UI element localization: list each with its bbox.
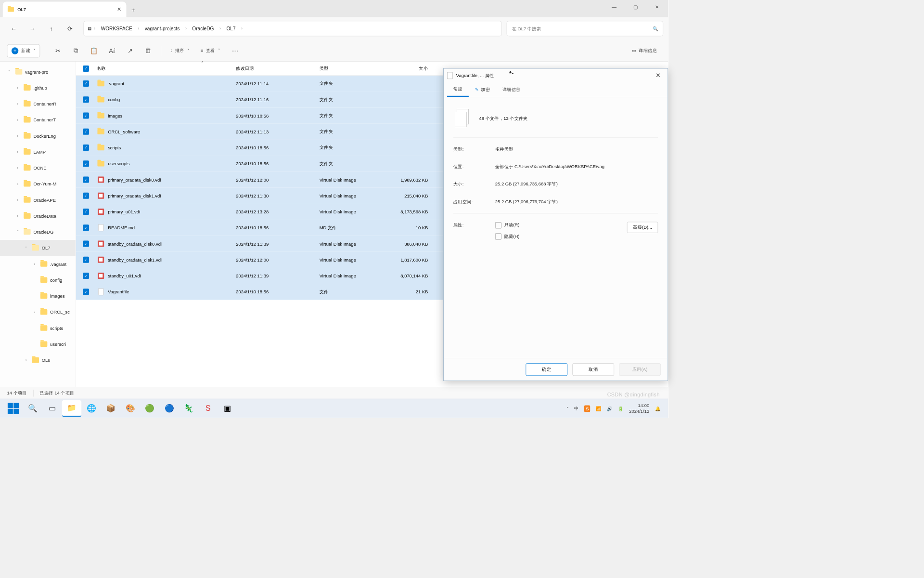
tray-battery-icon[interactable]: 🔋 bbox=[618, 406, 624, 411]
delete-button[interactable]: 🗑 bbox=[141, 43, 156, 58]
window-minimize-button[interactable]: — bbox=[603, 0, 625, 14]
tree-node[interactable]: ›OracleAPE bbox=[0, 192, 76, 208]
search-input[interactable] bbox=[512, 26, 649, 31]
taskbar-app-icon[interactable]: 🦎 bbox=[179, 400, 198, 417]
row-checkbox[interactable]: ✓ bbox=[83, 209, 89, 215]
tree-node[interactable]: ›LAMP bbox=[0, 144, 76, 160]
tab-encrypt[interactable]: ✎加密 bbox=[469, 82, 496, 97]
chevron-icon[interactable]: ˅ bbox=[14, 230, 21, 234]
nav-up-button[interactable]: ↑ bbox=[42, 20, 60, 37]
row-checkbox[interactable]: ✓ bbox=[83, 241, 89, 247]
tray-app-icon[interactable]: S bbox=[584, 405, 590, 412]
tree-node[interactable]: ˅vagrant-pro bbox=[0, 64, 76, 79]
cancel-button[interactable]: 取消 bbox=[572, 363, 614, 376]
taskbar[interactable]: 🔍 ▭ 📁 🌐 📦 🎨 🟢 🔵 🦎 S ▣ ˄ 中 S 📶 🔊 🔋 14:00 … bbox=[0, 399, 668, 418]
apply-button[interactable]: 应用(A) bbox=[619, 363, 661, 376]
tree-node[interactable]: images bbox=[0, 288, 76, 304]
chevron-icon[interactable]: › bbox=[31, 262, 38, 266]
tree-node[interactable]: ›Ocr-Yum-M bbox=[0, 176, 76, 192]
readonly-checkbox[interactable] bbox=[495, 222, 501, 228]
taskbar-virtualbox-icon[interactable]: 📦 bbox=[101, 400, 120, 417]
row-checkbox[interactable]: ✓ bbox=[83, 160, 89, 167]
search-box[interactable]: 🔍 bbox=[507, 21, 663, 36]
more-button[interactable]: ⋯ bbox=[227, 43, 243, 58]
column-name[interactable]: 名称 bbox=[97, 66, 236, 72]
breadcrumb-item[interactable]: OracleDG bbox=[189, 24, 217, 33]
chevron-icon[interactable]: › bbox=[14, 102, 21, 106]
chevron-icon[interactable]: ˅ bbox=[6, 69, 13, 74]
taskbar-terminal-icon[interactable]: ▣ bbox=[218, 400, 237, 417]
paste-button[interactable]: 📋 bbox=[86, 43, 102, 58]
chevron-icon[interactable]: › bbox=[14, 214, 21, 218]
search-icon[interactable]: 🔍 bbox=[653, 26, 658, 31]
column-type[interactable]: 类型 bbox=[320, 66, 389, 72]
tree-node[interactable]: userscri bbox=[0, 336, 76, 352]
tray-ime-icon[interactable]: 中 bbox=[574, 406, 578, 412]
tree-node[interactable]: ›OL8 bbox=[0, 352, 76, 368]
ok-button[interactable]: 确定 bbox=[526, 363, 567, 376]
details-pane-button[interactable]: ▭ 详细信息 bbox=[628, 45, 661, 57]
chevron-icon[interactable]: › bbox=[14, 150, 21, 154]
view-button[interactable]: ≡ 查看 ˅ bbox=[196, 45, 224, 57]
chevron-icon[interactable]: › bbox=[14, 134, 21, 138]
taskbar-edge-icon[interactable]: 🌐 bbox=[81, 400, 101, 417]
sort-button[interactable]: ↕ 排序 ˅ bbox=[166, 45, 193, 57]
row-checkbox[interactable]: ✓ bbox=[83, 257, 89, 263]
breadcrumb-item[interactable]: WORKSPACE bbox=[97, 24, 136, 33]
chevron-icon[interactable]: › bbox=[31, 310, 38, 314]
pc-icon[interactable]: 🖥 bbox=[87, 26, 91, 31]
row-checkbox[interactable]: ✓ bbox=[83, 193, 89, 199]
tree-node[interactable]: ›DockerEng bbox=[0, 128, 76, 144]
new-button[interactable]: + 新建 ˅ bbox=[7, 44, 40, 57]
tray-notifications-icon[interactable]: 🔔 bbox=[655, 406, 661, 411]
tree-pane[interactable]: ˅vagrant-pro›.github›ContainerR›Containe… bbox=[0, 62, 76, 387]
row-checkbox[interactable]: ✓ bbox=[83, 177, 89, 183]
properties-close-button[interactable]: ✕ bbox=[652, 70, 664, 81]
tab-close-icon[interactable]: ✕ bbox=[117, 6, 121, 13]
row-checkbox[interactable]: ✓ bbox=[83, 96, 89, 103]
tree-node[interactable]: ›ContainerT bbox=[0, 112, 76, 128]
tree-node[interactable]: ›.vagrant bbox=[0, 256, 76, 272]
row-checkbox[interactable]: ✓ bbox=[83, 273, 89, 279]
hidden-checkbox[interactable] bbox=[495, 234, 501, 240]
tree-node[interactable]: ˅OL7 bbox=[0, 240, 76, 256]
new-tab-button[interactable]: + bbox=[126, 3, 140, 17]
start-button[interactable] bbox=[3, 400, 23, 417]
row-checkbox[interactable]: ✓ bbox=[83, 113, 89, 119]
window-maximize-button[interactable]: ▢ bbox=[625, 0, 647, 14]
nav-refresh-button[interactable]: ⟳ bbox=[61, 20, 78, 37]
row-checkbox[interactable]: ✓ bbox=[83, 224, 89, 231]
breadcrumb-bar[interactable]: 🖥 › WORKSPACE › vagrant-projects › Oracl… bbox=[84, 21, 502, 36]
tray-volume-icon[interactable]: 🔊 bbox=[607, 406, 613, 411]
chevron-icon[interactable]: › bbox=[14, 86, 21, 90]
copy-button[interactable]: ⧉ bbox=[68, 43, 84, 58]
breadcrumb-item[interactable]: OL7 bbox=[223, 24, 239, 33]
chevron-icon[interactable]: › bbox=[23, 358, 29, 362]
chevron-icon[interactable]: › bbox=[14, 166, 21, 170]
advanced-button[interactable]: 高级(D)... bbox=[627, 222, 658, 233]
tree-node[interactable]: config bbox=[0, 272, 76, 288]
taskbar-search-icon[interactable]: 🔍 bbox=[23, 400, 42, 417]
taskbar-explorer-icon[interactable]: 📁 bbox=[62, 400, 81, 417]
tree-node[interactable]: ›ORCL_sc bbox=[0, 304, 76, 320]
row-checkbox[interactable]: ✓ bbox=[83, 144, 89, 151]
tree-node[interactable]: scripts bbox=[0, 320, 76, 336]
tray-clock[interactable]: 14:00 2024/1/12 bbox=[629, 403, 649, 414]
tree-node[interactable]: ›ContainerR bbox=[0, 96, 76, 112]
window-tab[interactable]: OL7 ✕ bbox=[3, 2, 127, 17]
chevron-icon[interactable]: ˅ bbox=[23, 246, 29, 250]
window-close-button[interactable]: ✕ bbox=[646, 0, 668, 14]
chevron-icon[interactable]: › bbox=[14, 198, 21, 202]
column-date[interactable]: 修改日期 bbox=[236, 66, 320, 72]
tab-general[interactable]: 常规 bbox=[447, 82, 469, 97]
tree-node[interactable]: ˅OracleDG bbox=[0, 224, 76, 240]
tray-chevron-icon[interactable]: ˄ bbox=[566, 406, 569, 411]
tray-wifi-icon[interactable]: 📶 bbox=[596, 406, 602, 411]
properties-dialog[interactable]: Vagrantfile, ... 属性 ✕ 常规 ✎加密 详细信息 48 个文件… bbox=[443, 68, 668, 381]
properties-titlebar[interactable]: Vagrantfile, ... 属性 ✕ bbox=[444, 68, 668, 82]
nav-back-button[interactable]: ← bbox=[5, 20, 22, 37]
row-checkbox[interactable]: ✓ bbox=[83, 289, 89, 295]
taskbar-app-icon[interactable]: 🎨 bbox=[120, 400, 140, 417]
chevron-icon[interactable]: › bbox=[14, 182, 21, 186]
taskbar-app-icon[interactable]: 🔵 bbox=[159, 400, 179, 417]
